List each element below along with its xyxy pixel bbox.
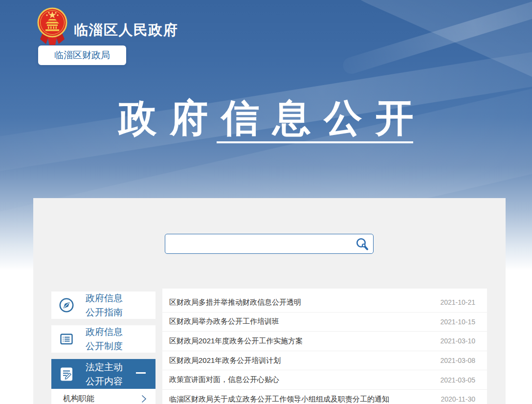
news-item-title[interactable]: 政策宣讲面对面，信息公开心贴心 (169, 375, 279, 384)
news-item[interactable]: 区财政局多措并举推动财政信息公开透明 2021-10-21 (162, 293, 487, 313)
title-underline (217, 141, 413, 143)
news-item-title[interactable]: 临淄区财政局关于成立政务公开工作领导小组组成及职责分工的通知 (169, 395, 389, 404)
news-item-title[interactable]: 区财政局多措并举推动财政信息公开透明 (169, 298, 301, 307)
news-item[interactable]: 区财政局2021年政务公开培训计划 2021-03-08 (162, 351, 487, 371)
news-item-title[interactable]: 区财政局2021年政务公开培训计划 (169, 356, 281, 365)
search-input[interactable] (165, 234, 355, 253)
news-item[interactable]: 政策宣讲面对面，信息公开心贴心 2021-03-05 (162, 370, 487, 390)
news-item-title[interactable]: 区财政局举办政务公开工作培训班 (169, 317, 279, 326)
sidebar: 政府信息 公开指南 政府信息 公开制度 (51, 292, 155, 404)
news-item-date: 2021-03-08 (440, 357, 475, 364)
news-item-date: 2021-10-21 (440, 298, 475, 306)
news-item-date: 2021-10-15 (440, 318, 475, 326)
chevron-right-icon (141, 395, 147, 403)
site-brand[interactable]: 临淄区人民政府 (37, 7, 178, 48)
sidebar-item-guide[interactable]: 政府信息 公开指南 (51, 292, 155, 319)
search-box (165, 234, 374, 254)
news-item[interactable]: 区财政局举办政务公开工作培训班 2021-10-15 (162, 313, 487, 332)
page: 临淄区人民政府 临淄区财政局 政府信息公开 (0, 0, 532, 404)
page-title: 政府信息公开 (0, 93, 532, 144)
news-item-date: 2020-11-30 (441, 395, 475, 403)
department-tab[interactable]: 临淄区财政局 (38, 45, 126, 65)
compass-icon (58, 296, 75, 314)
sidebar-item-label: 政府信息 公开制度 (86, 325, 123, 353)
news-item-date: 2021-03-10 (440, 337, 475, 345)
content-card: 政府信息 公开指南 政府信息 公开制度 (33, 198, 506, 404)
clipboard-pencil-icon (58, 365, 75, 383)
minus-icon[interactable] (136, 372, 146, 374)
news-item[interactable]: 临淄区财政局关于成立政务公开工作领导小组组成及职责分工的通知 2020-11-3… (162, 390, 487, 404)
site-name: 临淄区人民政府 (74, 21, 178, 40)
sidebar-item-label: 政府信息 公开指南 (86, 291, 123, 319)
national-emblem-icon (37, 7, 68, 48)
subitem-label: 机构职能 (63, 394, 94, 404)
news-list: 区财政局多措并举推动财政信息公开透明 2021-10-21 区财政局举办政务公开… (162, 289, 487, 404)
document-lines-icon (58, 330, 75, 348)
news-item-date: 2021-03-05 (440, 376, 475, 384)
sidebar-item-label: 法定主动 公开内容 (86, 360, 123, 388)
sidebar-item-statutory-disclosure[interactable]: 法定主动 公开内容 (51, 359, 155, 389)
sidebar-item-rules[interactable]: 政府信息 公开制度 (51, 325, 155, 353)
news-item-title[interactable]: 区财政局2021年度政务公开工作实施方案 (169, 337, 303, 346)
sidebar-subitem-org-functions[interactable]: 机构职能 (51, 389, 155, 404)
search-icon[interactable] (355, 236, 370, 252)
news-item[interactable]: 区财政局2021年度政务公开工作实施方案 2021-03-10 (162, 332, 487, 351)
